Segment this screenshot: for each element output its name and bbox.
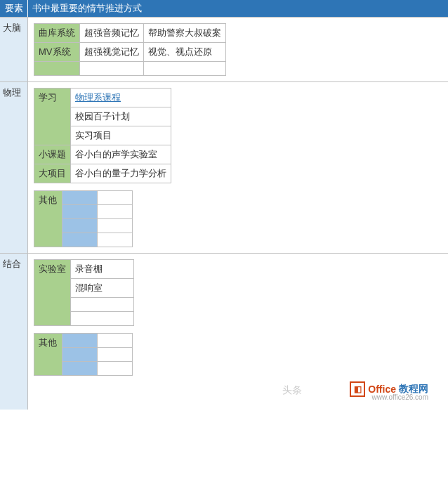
- header-col-value: 书中最重要的情节推进方式: [28, 0, 448, 17]
- row-header: [34, 62, 80, 76]
- section-body: 学习 物理系课程 校园百子计划 实习项目 小课题 谷小白的声学实验室 大项目 谷…: [28, 82, 448, 253]
- header-col-label: 要素: [0, 0, 28, 17]
- section-physics: 物理 学习 物理系课程 校园百子计划 实习项目 小课题 谷小白的声学实验室: [0, 81, 448, 253]
- table-row: 其他: [34, 191, 133, 205]
- main-grid: 大脑 曲库系统 超强音频记忆 帮助警察大叔破案 MV系统 超强视觉记忆 视觉、视…: [0, 17, 448, 410]
- cell: 谷小白的声学实验室: [71, 145, 171, 164]
- row-header: 小课题: [34, 145, 71, 164]
- cell: [144, 62, 226, 76]
- cell: 物理系课程: [71, 89, 171, 107]
- section-label: 物理: [0, 82, 28, 253]
- row-header: 学习: [34, 89, 71, 145]
- row-header: 其他: [34, 191, 62, 247]
- row-header: 实验室: [34, 260, 71, 326]
- physics-other-table: 其他: [34, 190, 133, 247]
- watermark-area: 头条 ◧ Office教程网 www.office26.com: [34, 376, 442, 404]
- cell: [98, 362, 133, 376]
- combine-other-table: 其他: [34, 333, 133, 376]
- section-combine: 结合 实验室 录音棚 混响室 其他: [0, 253, 448, 410]
- watermark: ◧ Office教程网 www.office26.com: [350, 381, 428, 397]
- cell: [71, 298, 134, 312]
- table-row: 其他: [34, 334, 133, 348]
- section-body: 实验室 录音棚 混响室 其他: [28, 254, 448, 410]
- cell: 录音棚: [71, 260, 134, 279]
- cell: 帮助警察大叔破案: [144, 24, 226, 43]
- cell: [80, 62, 144, 76]
- cell-blue: [62, 348, 98, 362]
- cell: 谷小白的量子力学分析: [71, 164, 171, 183]
- cell-blue: [62, 233, 98, 247]
- faint-text: 头条: [282, 384, 302, 397]
- cell: 混响室: [71, 279, 134, 298]
- cell: [98, 219, 133, 233]
- cell: [98, 233, 133, 247]
- table-row: 小课题 谷小白的声学实验室: [34, 145, 171, 164]
- cell: 实习项目: [71, 126, 171, 145]
- physics-course-link[interactable]: 物理系课程: [75, 92, 121, 103]
- table-row: 实验室 录音棚: [34, 260, 134, 279]
- table-row: 曲库系统 超强音频记忆 帮助警察大叔破案: [34, 24, 226, 43]
- section-label: 大脑: [0, 18, 28, 81]
- section-brain: 大脑 曲库系统 超强音频记忆 帮助警察大叔破案 MV系统 超强视觉记忆 视觉、视…: [0, 17, 448, 81]
- cell-blue: [62, 334, 98, 348]
- row-header: MV系统: [34, 43, 80, 62]
- table-row: MV系统 超强视觉记忆 视觉、视点还原: [34, 43, 226, 62]
- cell-blue: [62, 205, 98, 219]
- row-header: 其他: [34, 334, 62, 376]
- cell: [98, 348, 133, 362]
- header-row: 要素 书中最重要的情节推进方式: [0, 0, 448, 17]
- table-row: 学习 物理系课程: [34, 89, 171, 107]
- cell: [71, 312, 134, 326]
- row-header: 曲库系统: [34, 24, 80, 43]
- section-label: 结合: [0, 254, 28, 410]
- cell: 超强视觉记忆: [80, 43, 144, 62]
- cell: 校园百子计划: [71, 107, 171, 126]
- table-row: [34, 62, 226, 76]
- cell: 视觉、视点还原: [144, 43, 226, 62]
- office-logo-icon: ◧: [350, 381, 365, 397]
- cell: [98, 334, 133, 348]
- cell-blue: [62, 219, 98, 233]
- table-row: 大项目 谷小白的量子力学分析: [34, 164, 171, 183]
- brain-table: 曲库系统 超强音频记忆 帮助警察大叔破案 MV系统 超强视觉记忆 视觉、视点还原: [34, 23, 226, 76]
- watermark-url: www.office26.com: [372, 393, 428, 401]
- physics-study-table: 学习 物理系课程 校园百子计划 实习项目 小课题 谷小白的声学实验室 大项目 谷…: [34, 88, 171, 183]
- cell-blue: [62, 191, 98, 205]
- cell: [98, 191, 133, 205]
- cell: [98, 205, 133, 219]
- cell-blue: [62, 362, 98, 376]
- section-body: 曲库系统 超强音频记忆 帮助警察大叔破案 MV系统 超强视觉记忆 视觉、视点还原: [28, 18, 448, 81]
- combine-lab-table: 实验室 录音棚 混响室: [34, 259, 134, 326]
- cell: 超强音频记忆: [80, 24, 144, 43]
- row-header: 大项目: [34, 164, 71, 183]
